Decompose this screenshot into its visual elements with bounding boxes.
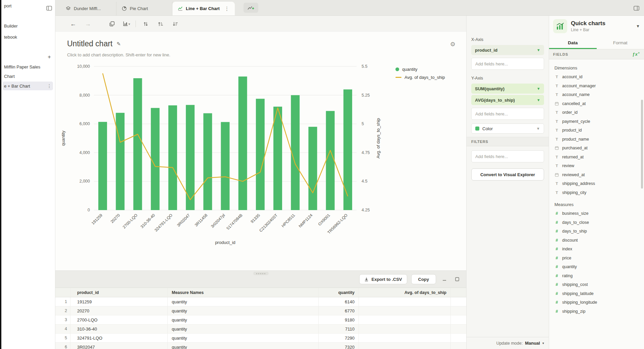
x-axis-add-fields-dropzone[interactable]: Add fields here... [471,58,544,70]
bar-tr56962-lqo[interactable] [343,90,352,210]
legend-item-days-to-ship[interactable]: Avg. of days_to_ship [395,75,445,80]
measure-business-size[interactable]: #business_size [554,209,640,218]
dimension-shipping-city[interactable]: Tshipping_city [554,188,640,197]
bar-20270[interactable] [116,113,124,210]
table-row[interactable]: 63R02047quantity7320 [55,343,466,349]
sidebar-item-line-bar-chart[interactable]: e + Bar Chart ⋮ [3,82,53,90]
table-row[interactable]: 1191259quantity6140 [55,297,466,306]
dimension-order-id[interactable]: Torder_id [554,108,640,117]
measure-shipping-latitude[interactable]: #shipping_latitude [554,289,640,298]
chevron-down-icon[interactable]: ▼ [636,24,640,29]
collapse-sidebar-icon[interactable] [45,4,53,12]
undo-back-icon[interactable]: ← [69,19,77,28]
sort-descending-icon[interactable] [171,19,179,28]
number-type-icon: # [554,273,559,278]
sidebar-item-notebook[interactable]: tebook [4,33,53,41]
legend-item-quantity[interactable]: quantity [395,67,445,72]
dimension-account-id[interactable]: Taccount_id [554,72,640,82]
update-mode-select[interactable]: Manual [525,341,540,346]
dimension-returned-at[interactable]: Treturned_at [554,153,640,162]
chart-title[interactable]: Untitled chart [67,39,113,48]
tab-dunder-miffl[interactable]: Dunder Miffl... [60,2,116,15]
dimension-account-manager[interactable]: Taccount_manager [554,82,640,91]
bar-91335[interactable] [256,99,265,210]
color-field-row[interactable]: Color ▼ [471,123,544,134]
text-type-icon: T [554,137,559,141]
measure-index[interactable]: #index [554,245,640,254]
table-row[interactable]: 4310-36-40quantity7110 [55,325,466,334]
dimension-shipping-address[interactable]: Tshipping_address [554,179,640,188]
measure-quantity[interactable]: #quantity [554,262,640,271]
sidebar-item-project[interactable]: Mifflin Paper Sales [4,62,53,71]
measure-shipping-zip[interactable]: #shipping_zip [554,307,640,316]
tab-format[interactable]: Format [597,37,644,49]
table-row[interactable]: 5324791-LQOquantity7290 [55,334,466,343]
x-axis-field-pill[interactable]: product_id ▼ [471,45,544,55]
redo-forward-icon[interactable]: → [84,19,92,28]
dimension-cancelled-at[interactable]: cancelled_at [554,99,640,108]
convert-to-visual-explorer-button[interactable]: Convert to Visual Explorer [471,168,544,181]
bar-ox9001[interactable] [326,111,335,210]
bar-2700-lqo[interactable] [133,78,142,210]
bar-hpc8511[interactable] [291,95,300,210]
bar-51747084b[interactable] [238,77,247,210]
dimension-reviewed-at[interactable]: reviewed_at [554,170,640,180]
measure-rating[interactable]: #rating [554,271,640,281]
measure-price[interactable]: #price [554,254,640,263]
y-axis-add-fields-dropzone[interactable]: Add fields here... [471,108,544,120]
tab-data[interactable]: Data [549,37,597,49]
y-axis-field-pill-sum-quantity[interactable]: SUM(quantity) ▼ [471,84,544,94]
bar-310-36-40[interactable] [151,108,160,210]
col-header-measure-names[interactable]: Measure Names [168,288,319,297]
measure-days-to-ship[interactable]: #days_to_ship [554,227,640,236]
measure-shipping-longitude[interactable]: #shipping_longitude [554,298,640,307]
bar-nmp1124[interactable] [309,127,317,210]
dimension-review[interactable]: Treview [554,161,640,170]
col-header-rownum[interactable] [55,288,70,297]
dimension-account-name[interactable]: Taccount_name [554,90,640,99]
swap-sort-icon[interactable] [141,19,150,28]
new-chart-tab-button[interactable] [244,3,258,13]
col-header-quantity[interactable]: quantity [319,288,359,297]
chevron-down-icon[interactable]: ▾ [542,341,544,345]
col-header-product-id[interactable]: product_id [70,288,168,297]
add-chart-plus-button[interactable]: + [46,54,53,60]
bar-324791-lqo[interactable] [168,105,177,210]
chevron-down-icon[interactable]: ▾ [128,22,130,26]
export-csv-button[interactable]: Export to .CSV [359,274,407,284]
copy-button[interactable]: Copy [411,274,436,284]
dimension-product-id[interactable]: Tproduct_id [554,126,640,135]
sort-ascending-icon[interactable] [156,19,165,28]
chart-settings-gear-icon[interactable]: ⚙ [450,41,455,48]
measure-days-to-close[interactable]: #days_to_close [554,218,640,227]
item-menu-icon[interactable]: ⋮ [46,83,53,89]
dimension-product-name[interactable]: Tproduct_name [554,135,640,144]
tab-pie-chart[interactable]: Pie Chart [116,2,172,15]
bar-191259[interactable] [98,122,107,210]
collapse-table-icon[interactable] [440,275,449,283]
bar-3r02047pl[interactable] [221,122,230,210]
resize-handle[interactable] [253,272,269,275]
dimension-purchased-at[interactable]: purchased_at [554,144,640,153]
filters-add-fields-dropzone[interactable]: Add fields here... [471,150,544,162]
measure-shipping-cost[interactable]: #shipping_cost [554,280,640,289]
y-axis-field-pill-avg-days[interactable]: AVG(days_to_ship) ▼ [471,95,544,105]
col-header-avg-days-to-ship[interactable]: Avg. of days_to_ship [359,288,451,297]
collapse-right-panel-icon[interactable] [632,4,641,12]
formula-add-icon[interactable]: ƒx+ [632,51,640,57]
dimension-payment-cycle[interactable]: Tpayment_cycle [554,117,640,126]
bar-c2130240st[interactable] [273,107,282,210]
sidebar-item-chart[interactable]: Chart [4,72,53,81]
bar-3r11458[interactable] [203,113,212,210]
table-row[interactable]: 220270quantity6770 [55,306,466,315]
measure-discount[interactable]: #discount [554,236,640,245]
table-row[interactable]: 32700-LQOquantity9180 [55,315,466,325]
expand-table-icon[interactable] [453,275,462,283]
x-axis-category-label: NMP1124 [298,213,314,229]
fields-scrollbar[interactable] [641,100,643,189]
duplicate-chart-icon[interactable] [108,19,116,28]
tab-line-bar-chart[interactable]: Line + Bar Chart⋮ [172,2,235,15]
edit-title-icon[interactable]: ✎ [117,41,121,47]
sidebar-item-builder[interactable]: Builder [4,21,53,30]
tab-menu-icon[interactable]: ⋮ [224,6,229,12]
